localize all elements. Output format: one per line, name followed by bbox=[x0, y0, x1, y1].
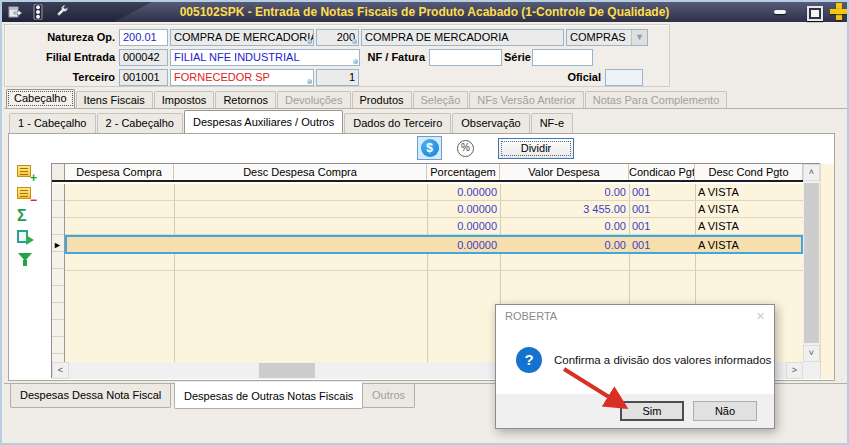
valor-cell: 0.00 bbox=[500, 237, 629, 252]
sum-icon[interactable]: Σ bbox=[17, 208, 35, 224]
tab-cabecalho[interactable]: Cabeçalho bbox=[6, 89, 75, 108]
col-desc-despesa[interactable]: Desc Despesa Compra bbox=[174, 164, 427, 180]
desc-cond-cell: A VISTA bbox=[695, 184, 803, 200]
natureza-op-desc2-field: COMPRA DE MERCADORIA bbox=[361, 29, 564, 46]
table-row[interactable]: 0.00000 0.00 001 A VISTA bbox=[65, 184, 803, 201]
vertical-scroll-thumb[interactable] bbox=[804, 183, 819, 343]
scroll-up-icon[interactable]: ˄ bbox=[803, 164, 820, 181]
nf-fatura-input[interactable] bbox=[429, 49, 502, 66]
copy-rows-icon[interactable] bbox=[17, 230, 35, 246]
plus-button[interactable] bbox=[829, 3, 849, 20]
confirm-dialog: ROBERTA × ? Confirma a divisão dos valor… bbox=[495, 304, 775, 429]
dialog-button-bar: Sim Não bbox=[496, 394, 774, 428]
valor-cell: 0.00 bbox=[500, 184, 629, 200]
subtab-dados-do-terceiro[interactable]: Dados do Terceiro bbox=[344, 113, 451, 133]
subtab-1-cabecalho[interactable]: 1 - Cabeçalho bbox=[9, 113, 96, 133]
desc-cond-cell: A VISTA bbox=[695, 237, 801, 252]
tab-produtos[interactable]: Produtos bbox=[352, 91, 412, 108]
natureza-op-code-field[interactable]: 200.01 bbox=[119, 29, 168, 46]
vertical-scrollbar[interactable]: ˄ ˅ bbox=[803, 164, 820, 362]
porcentagem-cell: 0.00000 bbox=[427, 218, 500, 234]
tab-selecao: Seleção bbox=[413, 91, 469, 108]
funnel-icon[interactable] bbox=[17, 252, 35, 268]
natureza-op-desc-field: COMPRA DE MERCADORIA bbox=[170, 29, 314, 46]
subtab-2-cabecalho[interactable]: 2 - Cabeçalho bbox=[97, 113, 184, 133]
grid-toolbar: + − Σ bbox=[15, 164, 49, 274]
oficial-label: Oficial bbox=[543, 69, 601, 86]
divide-values-button[interactable]: $ bbox=[417, 136, 442, 160]
condicao-cell: 001 bbox=[629, 184, 695, 200]
terceiro-label: Terceiro bbox=[7, 69, 115, 86]
dialog-message: Confirma a divisão dos valores informado… bbox=[554, 354, 771, 366]
natureza-op-label: Natureza Op. bbox=[7, 29, 115, 46]
main-tab-strip: Cabeçalho Itens Fiscais Impostos Retorno… bbox=[4, 90, 849, 109]
serie-input[interactable] bbox=[532, 49, 593, 66]
row-indicator-column: ► bbox=[52, 184, 65, 362]
porcentagem-cell: 0.00000 bbox=[427, 201, 500, 217]
app-window: 005102SPK - Entrada de Notas Fiscais de … bbox=[0, 0, 849, 445]
valor-cell: 3 455.00 bbox=[500, 201, 629, 217]
porcentagem-cell: 0.00000 bbox=[427, 237, 500, 252]
indicator-header bbox=[52, 164, 65, 180]
scroll-down-icon[interactable]: ˅ bbox=[803, 345, 820, 362]
filial-code-field[interactable]: 000042 bbox=[119, 49, 168, 66]
scroll-left-icon[interactable]: ˂ bbox=[52, 362, 69, 379]
filial-desc-field[interactable]: FILIAL NFE INDUSTRIAL bbox=[170, 49, 360, 66]
subtab-despesas-auxiliares[interactable]: Despesas Auxiliares / Outros bbox=[184, 110, 343, 133]
subtab-nfe[interactable]: NF-e bbox=[531, 113, 573, 133]
remove-row-icon[interactable]: − bbox=[17, 186, 35, 202]
maximize-button[interactable] bbox=[806, 5, 821, 18]
tab-notas-para-complemento: Notas Para Complemento bbox=[585, 91, 728, 108]
nao-button[interactable]: Não bbox=[693, 401, 757, 421]
header-form-panel: Natureza Op. Filial Entrada Terceiro 200… bbox=[4, 24, 670, 87]
valor-cell: 0.00 bbox=[500, 218, 629, 234]
condicao-cell: 001 bbox=[629, 237, 695, 252]
filial-entrada-label: Filial Entrada bbox=[7, 49, 115, 66]
horizontal-scroll-thumb[interactable] bbox=[259, 363, 315, 378]
condicao-cell: 001 bbox=[629, 218, 695, 234]
terceiro-qtd-field: 1 bbox=[316, 69, 359, 86]
percent-icon[interactable]: % bbox=[457, 140, 474, 157]
col-despesa-compra[interactable]: Despesa Compra bbox=[65, 164, 174, 180]
question-icon: ? bbox=[516, 347, 542, 373]
condicao-cell: 001 bbox=[629, 201, 695, 217]
terceiro-code-field[interactable]: 001001 bbox=[119, 69, 168, 86]
table-row[interactable]: 0.00000 0.00 001 A VISTA bbox=[65, 218, 803, 235]
natureza-op-code2-field: 200 bbox=[316, 29, 359, 46]
col-valor-despesa[interactable]: Valor Despesa bbox=[500, 164, 629, 180]
subtab-observacao[interactable]: Observação bbox=[452, 113, 529, 133]
bottomtab-despesas-outras-notas[interactable]: Despesas de Outras Notas Fiscais bbox=[174, 382, 363, 409]
tipo-combo-value: COMPRAS bbox=[570, 31, 626, 43]
terceiro-desc-field[interactable]: FORNECEDOR SP bbox=[170, 69, 314, 86]
close-icon[interactable]: × bbox=[756, 307, 765, 324]
desc-cond-cell: A VISTA bbox=[695, 218, 803, 234]
table-row-selected[interactable]: 0.00000 0.00 001 A VISTA bbox=[65, 235, 803, 254]
tab-retornos[interactable]: Retornos bbox=[215, 91, 276, 108]
desc-cond-cell: A VISTA bbox=[695, 201, 803, 217]
add-row-icon[interactable]: + bbox=[17, 164, 35, 180]
dividir-button[interactable]: Dividir bbox=[498, 138, 574, 159]
tab-impostos[interactable]: Impostos bbox=[154, 91, 215, 108]
current-row-marker: ► bbox=[53, 241, 62, 250]
tab-devolucoes: Devoluções bbox=[277, 91, 350, 108]
col-desc-cond-pgto[interactable]: Desc Cond Pgto bbox=[695, 164, 803, 180]
chevron-down-icon[interactable]: ▼ bbox=[631, 30, 647, 45]
window-title: 005102SPK - Entrada de Notas Fiscais de … bbox=[2, 2, 847, 22]
bottomtab-despesas-dessa-nota[interactable]: Despesas Dessa Nota Fiscal bbox=[10, 384, 171, 408]
scroll-right-icon[interactable]: ˃ bbox=[786, 362, 803, 379]
table-row[interactable]: 0.00000 3 455.00 001 A VISTA bbox=[65, 201, 803, 218]
serie-label: Série bbox=[504, 49, 530, 66]
nf-fatura-label: NF / Fatura bbox=[361, 49, 425, 66]
sub-tab-strip: 1 - Cabeçalho 2 - Cabeçalho Despesas Aux… bbox=[8, 110, 848, 133]
minimize-button[interactable] bbox=[773, 5, 787, 18]
money-icon: $ bbox=[421, 139, 439, 157]
sim-button[interactable]: Sim bbox=[620, 401, 684, 421]
tab-itens-fiscais[interactable]: Itens Fiscais bbox=[76, 91, 153, 108]
title-bar: 005102SPK - Entrada de Notas Fiscais de … bbox=[2, 2, 847, 22]
tab-nfs-versao-anterior: NFs Versão Anterior bbox=[469, 91, 583, 108]
col-porcentagem[interactable]: Porcentagem bbox=[427, 164, 500, 180]
tipo-combo[interactable]: COMPRAS▼ bbox=[566, 29, 648, 46]
porcentagem-cell: 0.00000 bbox=[427, 184, 500, 200]
col-condicao-pgto[interactable]: Condicao Pgto bbox=[629, 164, 695, 180]
bottomtab-outros: Outros bbox=[362, 384, 415, 408]
